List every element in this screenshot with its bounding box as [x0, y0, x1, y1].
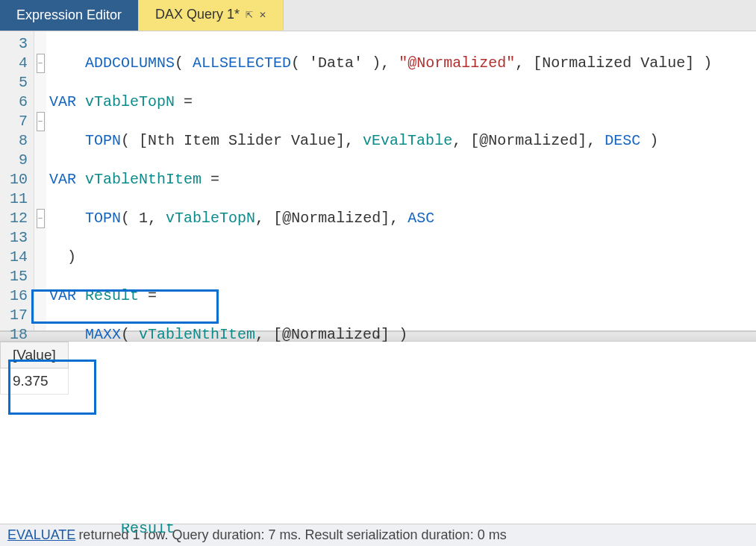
fold-toggle-icon[interactable]: − [37, 209, 45, 228]
fold-toggle-icon[interactable]: − [37, 112, 45, 131]
tab-label: DAX Query 1* [155, 7, 240, 22]
tab-label: Expression Editor [16, 7, 122, 23]
results-cell[interactable]: 9.375 [1, 368, 69, 395]
code-editor[interactable]: 3 4 5 6 7 8 9 10 11 12 13 14 15 16 17 18… [0, 31, 756, 331]
tab-dax-query[interactable]: DAX Query 1* ⇱ ✕ [139, 0, 284, 31]
code-body[interactable]: ADDCOLUMNS( ALLSELECTED( 'Data' ), "@Nor… [46, 31, 756, 330]
close-icon[interactable]: ✕ [259, 10, 266, 20]
results-table: [Value] 9.375 [0, 342, 69, 395]
pin-icon[interactable]: ⇱ [246, 10, 253, 20]
tab-expression-editor[interactable]: Expression Editor [0, 0, 139, 31]
fold-toggle-icon[interactable]: − [37, 54, 45, 73]
results-pane: [Value] 9.375 [0, 342, 756, 524]
results-header[interactable]: [Value] [1, 342, 69, 368]
line-number-gutter: 3 4 5 6 7 8 9 10 11 12 13 14 15 16 17 18 [0, 31, 34, 330]
fold-gutter: − − − [34, 31, 46, 330]
tab-bar: Expression Editor DAX Query 1* ⇱ ✕ [0, 0, 756, 31]
